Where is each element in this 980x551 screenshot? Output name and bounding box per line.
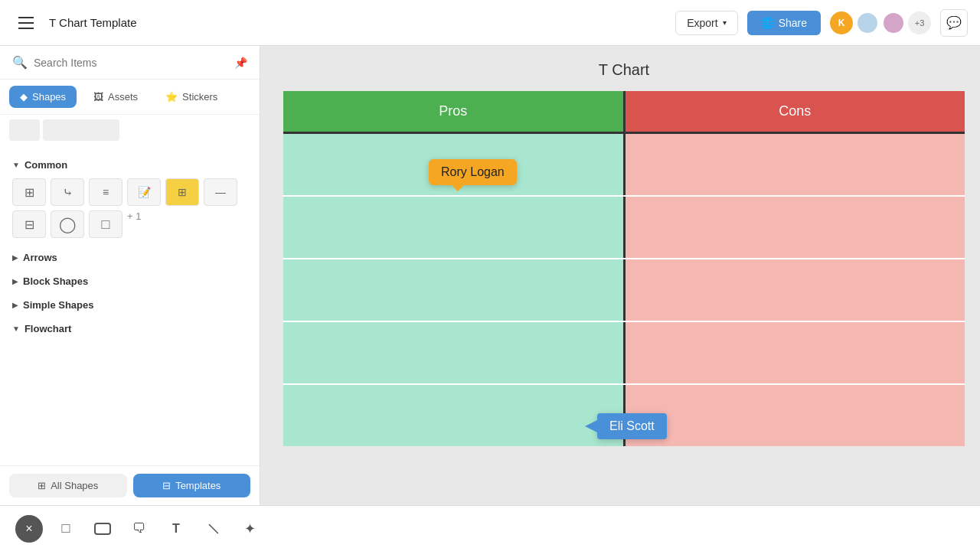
block-shapes-label: Block Shapes [23, 276, 88, 287]
flowchart-label: Flowchart [24, 323, 71, 334]
tab-assets[interactable]: 🖼 Assets [83, 86, 149, 108]
tab-stickers[interactable]: ⭐ Stickers [155, 86, 228, 108]
share-label: Share [779, 17, 807, 29]
common-label: Common [24, 159, 67, 171]
comment-icon: 💬 [946, 15, 962, 30]
export-label: Export [687, 17, 717, 29]
common-shapes-grid: ⊞ ⤷ ≡ 📝 ⊞ — ⊟ ◯ □ + 1 [0, 175, 260, 244]
text-icon: T [172, 522, 180, 536]
avatar-group: K +3 [830, 11, 931, 34]
chart-title: T Chart [283, 61, 965, 79]
arrow-icon-common [12, 161, 20, 169]
left-panel: 🔍 📌 ◆ Shapes 🖼 Assets ⭐ Stickers [0, 46, 260, 505]
arrow-icon-flowchart [12, 324, 20, 333]
pros-cell-4[interactable] [283, 322, 626, 383]
comment-button[interactable]: 💬 [940, 9, 968, 37]
all-shapes-icon: ⊞ [38, 480, 46, 491]
pros-cell-3[interactable] [283, 259, 626, 321]
cons-header: Cons [626, 91, 965, 132]
speech-bubble-icon: 🗨 [132, 520, 146, 536]
section-block-shapes: Block Shapes [0, 268, 260, 292]
subtabs [0, 115, 260, 145]
subtab-1[interactable] [9, 119, 40, 141]
table-icon: ⊞ [24, 185, 34, 200]
shape-rect[interactable]: □ [89, 210, 122, 238]
pointer-icon: ✦ [244, 520, 256, 537]
simple-shapes-label: Simple Shapes [23, 299, 93, 311]
topbar: T Chart Template Export ▾ 🌐 Share K +3 💬 [0, 0, 980, 46]
shape-big-table[interactable]: ⊟ [12, 210, 46, 238]
main-content: 🔍 📌 ◆ Shapes 🖼 Assets ⭐ Stickers [0, 46, 980, 505]
diamond-icon: ◆ [20, 91, 28, 103]
arrow-icon-arrows [12, 253, 18, 262]
search-input[interactable] [34, 57, 228, 69]
arrow-icon-block [12, 277, 18, 285]
avatar-1 [856, 11, 879, 34]
canvas-area[interactable]: T Chart Pros Cons [260, 46, 980, 505]
share-button[interactable]: 🌐 Share [747, 11, 821, 35]
cons-cell-2[interactable] [626, 197, 965, 258]
templates-icon: ⊟ [162, 480, 171, 491]
tchart-headers: Pros Cons [283, 91, 965, 132]
all-shapes-button[interactable]: ⊞ All Shapes [9, 474, 127, 497]
section-simple-shapes-header[interactable]: Simple Shapes [0, 292, 260, 315]
section-arrows-header[interactable]: Arrows [0, 244, 260, 268]
sections-list: Common ⊞ ⤷ ≡ 📝 ⊞ — ⊟ ◯ □ + 1 [0, 145, 260, 465]
text-tool[interactable]: T [162, 515, 190, 543]
close-icon: × [25, 522, 32, 536]
chevron-down-icon: ▾ [723, 18, 727, 27]
table-row [283, 259, 965, 322]
line-tool-icon: | [206, 521, 220, 535]
rounded-rect-icon [94, 523, 111, 535]
bottom-toolbar: × □ 🗨 T | ✦ [0, 505, 980, 551]
subtab-2[interactable] [43, 119, 119, 141]
rect-icon: □ [102, 217, 110, 233]
export-button[interactable]: Export ▾ [675, 11, 737, 35]
table-row [283, 134, 965, 197]
tchart-container: T Chart Pros Cons [283, 61, 965, 446]
tchart-rows [283, 134, 965, 446]
shape-grid[interactable]: ⊞ [165, 178, 199, 206]
avatar-more: +3 [908, 11, 931, 34]
avatar-orange: K [830, 11, 853, 34]
pin-icon[interactable]: 📌 [234, 57, 247, 69]
line-icon: — [215, 186, 226, 198]
tooltip-eli: Eli Scott [597, 413, 667, 439]
menu-button[interactable] [12, 9, 40, 37]
shape-connector[interactable]: ⤷ [51, 178, 84, 206]
shape-table[interactable]: ⊞ [12, 178, 46, 206]
section-flowchart-header[interactable]: Flowchart [0, 315, 260, 339]
big-table-icon: ⊟ [24, 217, 34, 232]
rounded-rect-tool[interactable] [89, 515, 116, 543]
pros-cell-2[interactable] [283, 197, 626, 258]
globe-icon: 🌐 [761, 17, 774, 29]
rectangle-icon: □ [62, 520, 70, 536]
more-shapes-label[interactable]: + 1 [127, 210, 141, 238]
cons-cell-3[interactable] [626, 259, 965, 321]
cons-cell-4[interactable] [626, 322, 965, 383]
search-icon: 🔍 [12, 55, 28, 70]
shape-line[interactable]: — [204, 178, 237, 206]
shape-oval[interactable]: ◯ [51, 210, 84, 238]
connector-icon: ⤷ [63, 185, 73, 200]
shape-note[interactable]: 📝 [127, 178, 161, 206]
rectangle-tool[interactable]: □ [52, 515, 80, 543]
speech-bubble-tool[interactable]: 🗨 [126, 515, 153, 543]
shape-list[interactable]: ≡ [89, 178, 122, 206]
section-common-header[interactable]: Common [0, 152, 260, 175]
close-button[interactable]: × [15, 515, 43, 543]
arrow-icon-simple [12, 301, 18, 309]
templates-button[interactable]: ⊟ Templates [133, 474, 251, 497]
section-flowchart: Flowchart [0, 315, 260, 339]
section-block-shapes-header[interactable]: Block Shapes [0, 268, 260, 292]
avatar-2 [882, 11, 905, 34]
pointer-tool[interactable]: ✦ [236, 515, 263, 543]
section-common: Common ⊞ ⤷ ≡ 📝 ⊞ — ⊟ ◯ □ + 1 [0, 152, 260, 244]
tab-shapes[interactable]: ◆ Shapes [9, 86, 77, 108]
cons-cell-1[interactable] [626, 134, 965, 195]
table-row [283, 322, 965, 385]
bottom-tabs: ⊞ All Shapes ⊟ Templates [0, 465, 260, 505]
line-tool[interactable]: | [199, 515, 227, 543]
cons-cell-5[interactable] [626, 385, 965, 446]
pros-cell-5[interactable] [283, 385, 626, 446]
